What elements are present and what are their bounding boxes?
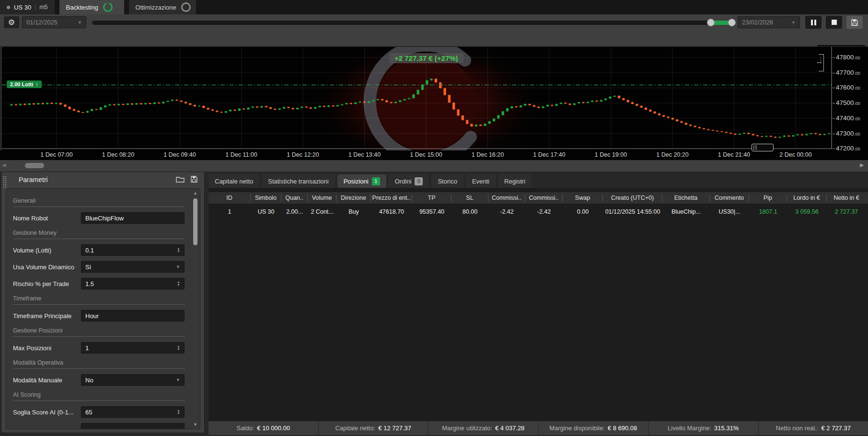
- tab-statistiche-transazioni[interactable]: Statistiche transazioni: [262, 174, 335, 188]
- candle: [426, 80, 428, 85]
- end-date-picker[interactable]: 23/02/2026 ▼: [738, 16, 800, 28]
- parameter-dropdown[interactable]: No▼: [81, 374, 185, 386]
- scroll-right-icon[interactable]: ▶: [860, 162, 864, 168]
- parameter-input[interactable]: Hour: [81, 310, 185, 321]
- status-label: Margine disponibile:: [549, 425, 605, 432]
- status-label: Margine utilizzato:: [442, 425, 492, 432]
- candle: [113, 104, 116, 105]
- parameters-scrollbar[interactable]: ▲ ▼: [192, 190, 199, 428]
- price-label: 47300.00: [836, 130, 860, 137]
- panel-drag-handle-icon[interactable]: [3, 176, 7, 188]
- spinner-arrows-icon[interactable]: ▲▼: [177, 345, 180, 351]
- parameter-spinner[interactable]: 65▲▼: [81, 406, 185, 418]
- candle: [23, 104, 26, 105]
- candle: [68, 107, 70, 109]
- tab-ordini[interactable]: Ordini0: [389, 174, 429, 188]
- axis-marker-flag[interactable]: [752, 144, 774, 151]
- candle: [488, 121, 491, 124]
- spinner-arrows-icon[interactable]: ▲▼: [177, 247, 180, 253]
- table-row[interactable]: 1US 302.00...2 Cont...Buy47618.7095357.4…: [208, 206, 868, 218]
- candle: [341, 104, 343, 105]
- candle: [712, 130, 714, 131]
- candle: [528, 104, 531, 105]
- spinner-arrows-icon[interactable]: ▲▼: [177, 409, 180, 415]
- tab-posizioni[interactable]: Posizioni1: [337, 174, 386, 188]
- candle: [305, 106, 307, 107]
- candle: [122, 104, 124, 105]
- scroll-left-icon[interactable]: ◀: [2, 162, 6, 168]
- candle: [363, 102, 366, 103]
- tab-registri[interactable]: Registri: [498, 174, 532, 188]
- price-label-frac: .00: [854, 101, 860, 106]
- save-results-button[interactable]: [846, 16, 863, 29]
- price-axis[interactable]: 47800.0047700.0047600.0047500.0047400.00…: [832, 47, 868, 150]
- table-cell: 80.00: [451, 208, 488, 215]
- tab-optimization[interactable]: Ottimizzazione: [129, 0, 196, 14]
- parameters-scrollbar-thumb[interactable]: [193, 198, 197, 245]
- column-header: Pip: [749, 195, 787, 202]
- parameter-spinner[interactable]: 1▲▼: [81, 342, 185, 354]
- candle: [336, 105, 339, 107]
- column-header: SL: [451, 195, 488, 202]
- column-header: TP: [412, 195, 451, 202]
- candle: [797, 134, 799, 135]
- parameter-dropdown[interactable]: Sì▼: [81, 261, 185, 273]
- candle: [631, 102, 634, 104]
- scroll-down-icon[interactable]: ▼: [193, 422, 197, 427]
- parameter-spinner[interactable]: 1.5▲▼: [81, 278, 185, 289]
- candle: [636, 104, 638, 106]
- watermark-disc: [378, 54, 475, 150]
- range-handle-right[interactable]: [728, 19, 736, 26]
- status-item: Saldo:€ 10 000.00: [208, 421, 318, 435]
- settings-button[interactable]: ⚙: [4, 16, 19, 28]
- parameter-row: Max Posizioni1▲▼: [13, 342, 185, 354]
- count-badge: 0: [415, 177, 423, 185]
- tab-storico[interactable]: Storico: [431, 174, 463, 188]
- candle: [15, 104, 17, 105]
- backtest-range-track[interactable]: [92, 21, 711, 25]
- candle: [73, 109, 75, 111]
- candle: [162, 102, 164, 103]
- scroll-up-icon[interactable]: ▲: [193, 191, 197, 195]
- candle: [117, 104, 120, 105]
- parameter-input[interactable]: [81, 423, 185, 429]
- tab-symbol[interactable]: US 30 m5: [0, 0, 55, 14]
- candle: [680, 121, 683, 123]
- load-parameters-button[interactable]: [176, 175, 185, 184]
- pause-button[interactable]: [805, 16, 822, 29]
- candle: [314, 107, 316, 109]
- save-parameters-button[interactable]: [190, 175, 200, 184]
- candle: [185, 102, 187, 103]
- chart-scrollbar-thumb[interactable]: [25, 163, 44, 168]
- candle: [310, 107, 312, 109]
- stop-button[interactable]: [826, 16, 842, 29]
- tab-eventi[interactable]: Eventi: [466, 174, 496, 188]
- candle: [787, 136, 790, 137]
- candle: [457, 109, 459, 115]
- candle: [752, 134, 754, 136]
- candle: [33, 103, 35, 104]
- backtesting-window: US 30 m5 Backtesting Ottimizzazione ⚙ 01…: [0, 0, 868, 436]
- candle: [587, 102, 589, 103]
- candle: [685, 123, 687, 125]
- time-label: 1 Dec 13:40: [343, 151, 386, 158]
- tab-capitale-netto[interactable]: Capitale netto: [208, 174, 259, 188]
- tab-divider: [35, 4, 35, 11]
- count-badge: 1: [372, 177, 380, 185]
- parameter-input[interactable]: BlueChipFlow: [81, 212, 185, 224]
- position-entry-badge: 2.00 Lotti ↑: [7, 80, 42, 88]
- candle: [435, 79, 437, 82]
- spinner-arrows-icon[interactable]: ▲▼: [177, 281, 180, 287]
- range-handle-left[interactable]: [707, 19, 715, 26]
- chevron-down-icon: ▼: [791, 20, 796, 25]
- candle: [180, 101, 182, 102]
- time-axis[interactable]: 1 Dec 07:001 Dec 08:201 Dec 09:401 Dec 1…: [0, 150, 868, 160]
- start-date-picker[interactable]: 01/12/2025 ▼: [22, 16, 86, 28]
- candle: [671, 118, 674, 119]
- parameter-spinner[interactable]: 0.1▲▼: [81, 244, 185, 256]
- candle: [595, 101, 598, 102]
- tab-backtesting[interactable]: Backtesting: [59, 0, 124, 14]
- candle: [725, 132, 728, 133]
- candle: [64, 104, 66, 106]
- candle: [828, 134, 830, 134]
